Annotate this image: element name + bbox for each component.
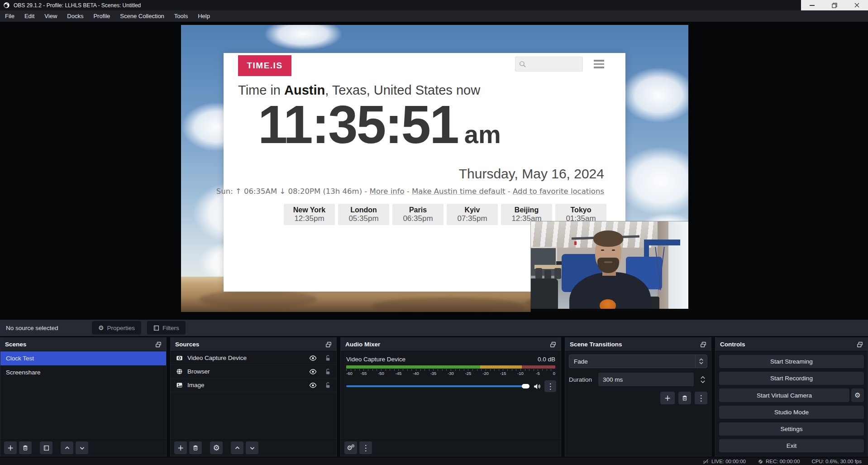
city-card[interactable]: Paris06:35pm [392,204,444,225]
volume-slider[interactable] [346,385,529,387]
filters-icon [153,325,159,331]
mixer-menu-kebab-button[interactable]: ⋮ [359,441,372,454]
scene-filters-button[interactable] [40,441,52,454]
cloud [249,25,358,57]
visibility-eye-icon[interactable] [309,382,317,388]
exit-button[interactable]: Exit [719,439,864,452]
studio-mode-button[interactable]: Studio Mode [719,406,864,419]
city-card[interactable]: New York12:35pm [284,204,335,225]
remove-source-button[interactable] [189,441,202,454]
menu-file[interactable]: File [0,10,19,22]
spin-arrows-icon[interactable] [698,376,707,384]
properties-button[interactable]: ⚙ Properties [92,321,141,335]
menu-edit[interactable]: Edit [19,10,39,22]
window-controls [801,0,868,10]
remove-transition-button[interactable] [678,392,691,404]
lock-icon[interactable] [325,355,331,361]
titlebar: OBS 29.1.2 - Profile: LLHLS BETA - Scene… [0,0,868,10]
camera-icon [176,355,183,361]
source-properties-button[interactable]: ⚙ [210,441,223,454]
hamburger-menu-icon[interactable] [594,60,604,70]
settings-button[interactable]: Settings [719,422,864,436]
menu-scene-collection[interactable]: Scene Collection [115,10,169,22]
visibility-eye-icon[interactable] [309,369,317,375]
scene-item-screenshare[interactable]: Screenshare [0,365,166,379]
source-toolbar: No source selected ⚙ Properties Filters [0,320,868,336]
popout-icon[interactable] [550,341,556,348]
transition-select[interactable]: Fade [569,355,707,368]
menu-docks[interactable]: Docks [62,10,88,22]
preview-canvas[interactable]: TIME.IS Time in Austin, Texas, United St… [181,25,688,312]
popout-icon[interactable] [857,341,863,348]
gear-icon: ⚙ [98,324,104,331]
source-item-browser[interactable]: Browser [171,365,336,379]
start-recording-button[interactable]: Start Recording [719,372,864,385]
more-info-link[interactable]: More info [370,187,405,196]
filters-button[interactable]: Filters [147,321,186,335]
menubar: File Edit View Docks Profile Scene Colle… [0,10,868,22]
rec-time: REC: 00:00:00 [766,459,800,464]
controls-panel-title: Controls [720,341,745,348]
city-card[interactable]: Kyiv07:35pm [447,204,498,225]
audio-mixer-panel-title: Audio Mixer [345,341,380,348]
maximize-button[interactable] [823,0,845,10]
minimize-button[interactable] [801,0,823,10]
menu-tools[interactable]: Tools [169,10,193,22]
visibility-eye-icon[interactable] [309,355,317,361]
favorite-link[interactable]: Add to favorite locations [513,187,604,196]
popout-icon[interactable] [155,341,162,348]
stage: TIME.IS Time in Austin, Texas, United St… [0,22,868,320]
move-scene-down-button[interactable] [76,441,88,454]
speaker-icon[interactable] [533,383,541,390]
volume-slider-handle[interactable] [522,384,529,388]
search-input[interactable] [526,61,576,68]
menu-profile[interactable]: Profile [88,10,115,22]
move-source-down-button[interactable] [246,441,258,454]
meter-tick-labels: -60 -55 -50 -45 -40 -35 -30 -25 -20 -15 … [346,371,555,377]
add-transition-button[interactable]: + [660,392,675,404]
move-scene-up-button[interactable] [61,441,73,454]
city-card[interactable]: London05:35pm [338,204,389,225]
window-title: OBS 29.1.2 - Profile: LLHLS BETA - Scene… [14,2,141,9]
rec-off-icon [758,459,763,465]
add-source-button[interactable]: + [174,441,187,454]
scene-transitions-panel: Scene Transitions Fade Duration 300 ms [565,337,711,456]
source-item-video-capture[interactable]: Video Capture Device [171,351,336,365]
move-source-up-button[interactable] [231,441,243,454]
search-box[interactable] [515,57,583,72]
popout-icon[interactable] [325,341,332,348]
add-scene-button[interactable]: + [4,441,17,454]
menu-view[interactable]: View [39,10,62,22]
timeis-clock: 11:35:51 am [258,93,501,157]
timeis-logo: TIME.IS [238,55,291,76]
start-virtual-camera-button[interactable]: Start Virtual Camera [719,388,849,402]
popout-icon[interactable] [700,341,706,348]
obs-logo-icon [3,2,10,9]
live-time: LIVE: 00:00:00 [711,459,746,464]
sources-panel: Sources Video Capture Device [170,337,337,456]
lock-icon[interactable] [325,382,331,388]
start-streaming-button[interactable]: Start Streaming [719,355,864,368]
remove-scene-button[interactable] [19,441,32,454]
advanced-audio-button[interactable]: ⚙⚙ [344,441,357,454]
clock-ampm: am [464,120,501,149]
scene-item-clock-test[interactable]: Clock Test [0,351,166,365]
lock-icon[interactable] [325,369,331,375]
mixer-options-kebab-button[interactable]: ⋮ [544,380,556,392]
scenes-panel-title: Scenes [5,341,26,348]
virtual-camera-settings-button[interactable]: ⚙ [851,388,864,402]
menu-help[interactable]: Help [193,10,215,22]
obs-window: OBS 29.1.2 - Profile: LLHLS BETA - Scene… [0,0,868,465]
close-button[interactable] [846,0,868,10]
mixer-level-db: 0.0 dB [538,356,555,363]
duration-spinbox[interactable]: 300 ms [598,373,694,386]
transition-options-kebab-button[interactable]: ⋮ [695,392,707,404]
make-default-link[interactable]: Make Austin time default [412,187,505,196]
sources-panel-title: Sources [175,341,199,348]
source-item-image[interactable]: Image [171,379,336,392]
webcam-letterbox [531,309,688,312]
duration-label: Duration [569,376,594,383]
clock-time: 11:35:51 [258,93,458,157]
volume-meter [346,365,555,369]
live-off-icon [702,459,709,465]
